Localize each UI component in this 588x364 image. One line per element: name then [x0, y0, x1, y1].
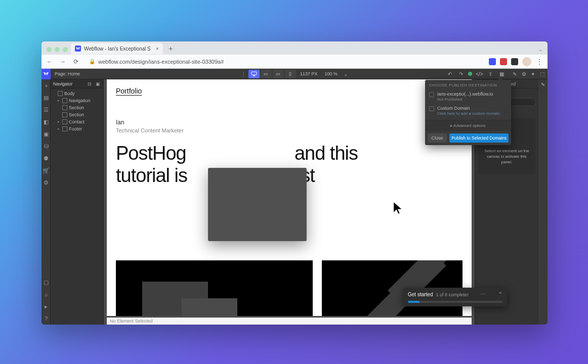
checkbox-icon[interactable] — [429, 106, 434, 111]
reload-button[interactable]: ⟳ — [72, 58, 80, 66]
help-icon[interactable]: ? — [41, 312, 51, 325]
hero-word: and this — [295, 143, 358, 164]
extension-icon[interactable] — [500, 58, 507, 65]
preview-icon[interactable]: ▦ — [497, 70, 506, 78]
element-icon — [58, 91, 63, 96]
publish-heading: CHOOSE PUBLISH DESTINATION — [425, 80, 511, 89]
tree-item[interactable]: ▸Contact — [51, 118, 103, 125]
publish-confirm-label: Publish to Selected Domains — [451, 135, 507, 141]
author-name: Ian — [116, 119, 463, 126]
interactions-tab-icon[interactable]: ✦ — [528, 69, 537, 78]
zoom-level[interactable]: 100 % — [322, 71, 341, 76]
checkbox-icon[interactable] — [429, 92, 434, 97]
kebab-icon[interactable]: ⋮ — [535, 58, 543, 66]
redo-icon[interactable]: ↷ — [457, 70, 465, 78]
publish-confirm-button[interactable]: Publish to Selected Domains — [449, 133, 509, 143]
minimize-traffic-light[interactable] — [55, 47, 60, 52]
publish-popover: CHOOSE PUBLISH DESTINATION ians-exceptio… — [425, 80, 511, 145]
element-icon — [62, 126, 67, 131]
kebab-icon[interactable]: ⋮ — [239, 70, 247, 78]
tree-item[interactable]: ▸Footer — [51, 125, 103, 132]
author-role: Technical Content Marketer — [116, 127, 463, 133]
advanced-options-toggle[interactable]: ▸ Advanced options — [425, 120, 511, 131]
close-icon[interactable]: × — [154, 46, 159, 52]
extension-icon[interactable] — [511, 58, 518, 65]
webflow-app: Page: Home ⋮ ▭ ▭ ▯ 1137 PX 100 % ⌄ ↶ ↷ <… — [41, 69, 548, 325]
tree-item[interactable]: Section — [51, 111, 103, 118]
custom-domain-row[interactable]: Custom Domain Click here to add a custom… — [425, 104, 511, 118]
settings-icon[interactable]: ⚙ — [41, 176, 51, 189]
tree-item-label: Section — [69, 105, 84, 110]
maximize-traffic-light[interactable] — [63, 47, 68, 52]
search-icon[interactable]: ⌕ — [41, 288, 51, 300]
settings-tab-icon[interactable]: ⚙ — [519, 69, 528, 78]
tree-item[interactable]: Section — [51, 104, 103, 111]
extension-icon[interactable] — [489, 58, 496, 65]
hint-text: Select an element on the canvas to activ… — [482, 148, 531, 165]
components-icon[interactable]: ◧ — [41, 116, 51, 128]
tabs-dropdown-icon[interactable]: ⌄ — [538, 47, 542, 52]
video-icon[interactable]: ▸ — [41, 300, 51, 312]
url-bar-row: ← → ⟳ 🔒 webflow.com/design/ians-exceptio… — [41, 55, 548, 69]
tree-item[interactable]: ▸Navigation — [51, 97, 103, 104]
desktop-viewport-button[interactable] — [248, 70, 260, 78]
browser-window: Webflow - Ian's Exceptional S × + ⌄ ← → … — [41, 41, 548, 325]
element-icon — [62, 98, 67, 103]
pin-icon[interactable]: ▣ — [95, 81, 101, 87]
pages-icon[interactable]: ▤ — [41, 92, 51, 104]
ecommerce-icon[interactable]: 🛒 — [41, 164, 51, 176]
back-button[interactable]: ← — [46, 58, 54, 66]
tablet-viewport-button[interactable]: ▭ — [261, 70, 272, 78]
connection-status-dot — [468, 72, 472, 76]
floating-dialog[interactable] — [208, 168, 307, 241]
effects-tab-icon[interactable]: ⬚ — [537, 69, 547, 78]
chevron-right-icon: ▸ — [58, 127, 61, 131]
browser-tab[interactable]: Webflow - Ian's Exceptional S × — [71, 43, 163, 54]
element-icon — [62, 105, 67, 110]
browser-chrome: Webflow - Ian's Exceptional S × + ⌄ ← → … — [41, 41, 548, 69]
window-controls — [47, 47, 68, 52]
status-bar: No Element Selected — [107, 317, 472, 325]
style-tab-icon[interactable]: ✎ — [510, 69, 519, 78]
publish-domain-row[interactable]: ians-exceptio(...).webflow.io Not Publis… — [425, 89, 511, 104]
hero-word: tutorial is — [116, 165, 187, 186]
element-icon — [62, 119, 67, 124]
brush-icon[interactable]: ✎ — [538, 80, 548, 89]
chevron-right-icon: ▸ — [58, 99, 61, 103]
design-canvas[interactable]: Portfolio HOM Ian Technical Content Mark… — [107, 79, 472, 316]
more-icon[interactable]: ⋯ — [480, 291, 486, 298]
export-icon[interactable]: ⇪ — [486, 70, 494, 78]
cms-icon[interactable]: ⛁ — [41, 140, 51, 152]
url-bar[interactable]: 🔒 webflow.com/design/ians-exceptional-si… — [85, 59, 484, 65]
tree-item[interactable]: Body — [51, 90, 103, 97]
page-label[interactable]: Page: Home — [55, 71, 80, 76]
webflow-logo[interactable] — [41, 69, 51, 79]
close-traffic-light[interactable] — [47, 47, 52, 52]
undo-icon[interactable]: ↶ — [446, 70, 454, 78]
site-brand[interactable]: Portfolio — [116, 87, 142, 95]
new-tab-button[interactable]: + — [166, 44, 175, 53]
mobile-portrait-button[interactable]: ▯ — [285, 70, 296, 78]
svg-rect-1 — [253, 75, 255, 76]
add-elements-icon[interactable]: ＋ — [41, 79, 51, 92]
chevron-down-icon[interactable]: ⌄ — [342, 70, 350, 78]
portfolio-card[interactable] — [116, 260, 313, 316]
tree-item-label: Body — [64, 91, 75, 96]
viewport-width: 1137 PX — [297, 71, 321, 76]
element-icon — [62, 112, 67, 117]
tree-item-label: Contact — [69, 119, 85, 124]
forward-button[interactable]: → — [59, 58, 67, 66]
chevron-up-icon[interactable]: ⌃ — [498, 291, 502, 298]
tree-item-label: Navigation — [69, 98, 91, 103]
profile-avatar[interactable] — [522, 57, 531, 66]
cursor-pointer-icon — [393, 201, 405, 218]
collapse-icon[interactable]: ⊟ — [87, 81, 93, 87]
users-icon[interactable]: ⚉ — [41, 152, 51, 164]
close-button[interactable]: Close — [428, 133, 447, 143]
custom-domain-hint: Click here to add a custom domain — [437, 111, 499, 116]
mobile-landscape-button[interactable]: ▭ — [273, 70, 284, 78]
audit-icon[interactable]: ▢ — [41, 276, 51, 288]
assets-icon[interactable]: ▣ — [41, 128, 51, 140]
navigator-icon[interactable]: ☰ — [41, 104, 51, 116]
code-icon[interactable]: </> — [475, 70, 483, 78]
